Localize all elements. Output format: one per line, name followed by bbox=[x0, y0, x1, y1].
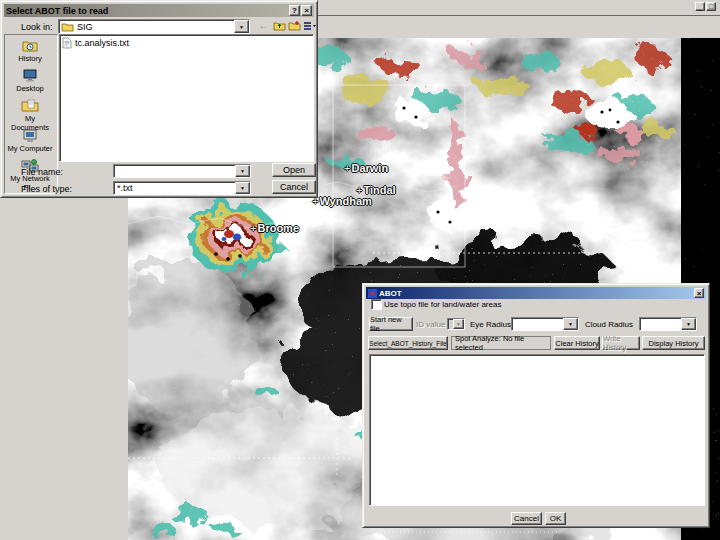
city-name: Broome bbox=[257, 222, 299, 234]
file-icon bbox=[62, 37, 72, 49]
up-one-level-button[interactable] bbox=[272, 18, 287, 32]
eye-radius-label: Eye Radius bbox=[470, 320, 511, 329]
select-history-label: Select_ABOT_History_File bbox=[369, 340, 446, 347]
files-of-type-value: *.txt bbox=[114, 183, 235, 193]
file-list-item[interactable]: tc.analysis.txt bbox=[60, 35, 313, 49]
cancel-button-label: Cancel bbox=[280, 182, 308, 192]
city-name: Wyndham bbox=[319, 195, 371, 207]
city-name: Darwin bbox=[351, 162, 388, 174]
abot-ok-label: OK bbox=[550, 514, 562, 523]
eye-radius-dropdown-button[interactable]: ▼ bbox=[563, 318, 578, 330]
help-button[interactable]: ? bbox=[289, 5, 300, 16]
history-icon bbox=[21, 38, 39, 53]
chevron-down-icon: ▼ bbox=[240, 168, 245, 174]
application-window: _ □ bbox=[0, 0, 720, 540]
files-of-type-combobox[interactable]: *.txt ▼ bbox=[113, 181, 251, 195]
place-label: Desktop bbox=[6, 84, 54, 93]
up-folder-icon bbox=[273, 20, 286, 31]
place-history[interactable]: History bbox=[6, 38, 54, 67]
open-button[interactable]: Open bbox=[272, 163, 316, 177]
look-in-dropdown-button[interactable]: ▼ bbox=[234, 20, 249, 33]
cloud-radius-dropdown-button[interactable]: ▼ bbox=[681, 318, 696, 330]
file-dialog-title: Select ABOT file to read bbox=[6, 6, 288, 16]
abot-dialog-titlebar[interactable]: ABOT × bbox=[366, 287, 706, 299]
display-history-button[interactable]: Display History bbox=[642, 336, 705, 350]
spot-analyze-status-text: Spot Analyze: No file selected bbox=[455, 334, 550, 352]
ok-button[interactable]: OK bbox=[545, 512, 566, 525]
place-label: History bbox=[6, 54, 54, 63]
chevron-down-icon: ▼ bbox=[240, 185, 245, 191]
minimize-button[interactable]: _ bbox=[695, 2, 705, 11]
map-label-wyndham: +Wyndham bbox=[312, 195, 372, 207]
start-new-file-button[interactable]: Start new file bbox=[369, 317, 413, 331]
id-value-spinner: ▼ bbox=[447, 318, 465, 330]
map-label-broome: +Broome bbox=[250, 222, 299, 234]
my-documents-icon bbox=[21, 98, 39, 113]
chevron-down-icon: ▼ bbox=[568, 321, 573, 327]
view-menu-icon bbox=[303, 20, 317, 31]
place-my-documents[interactable]: My Documents bbox=[6, 98, 54, 127]
cloud-radius-label: Cloud Radius bbox=[585, 320, 633, 329]
files-of-type-dropdown-button[interactable]: ▼ bbox=[235, 182, 250, 194]
history-list[interactable] bbox=[369, 354, 705, 506]
file-name-label: File name: bbox=[21, 167, 63, 177]
new-folder-icon bbox=[288, 20, 301, 31]
look-in-value: SIG bbox=[74, 22, 234, 32]
chevron-down-icon: ▼ bbox=[686, 321, 691, 327]
new-folder-button[interactable] bbox=[287, 18, 302, 32]
cancel-button[interactable]: Cancel bbox=[511, 512, 542, 525]
file-list[interactable]: tc.analysis.txt bbox=[59, 34, 314, 162]
maximize-icon: □ bbox=[709, 3, 713, 10]
files-of-type-label: Files of type: bbox=[21, 184, 72, 194]
write-history-button: Write History bbox=[602, 336, 640, 350]
maximize-button[interactable]: □ bbox=[706, 2, 716, 11]
map-label-darwin: +Darwin bbox=[344, 162, 388, 174]
id-value-label: ID value bbox=[416, 320, 445, 329]
chevron-down-icon: ▼ bbox=[453, 319, 464, 329]
abot-app-icon bbox=[368, 289, 377, 298]
folder-icon bbox=[61, 22, 74, 32]
file-name-text: tc.analysis.txt bbox=[75, 38, 129, 48]
place-desktop[interactable]: Desktop bbox=[6, 68, 54, 97]
select-abot-file-dialog: Select ABOT file to read ? × Look in: SI… bbox=[0, 0, 318, 198]
write-history-label: Write History bbox=[603, 334, 639, 352]
place-my-computer[interactable]: My Computer bbox=[6, 128, 54, 157]
place-label: My Computer bbox=[6, 144, 54, 153]
view-menu-button[interactable] bbox=[302, 18, 318, 32]
cancel-button[interactable]: Cancel bbox=[272, 180, 316, 194]
eye-radius-combobox[interactable]: ▼ bbox=[511, 317, 579, 331]
cloud-radius-combobox[interactable]: ▼ bbox=[639, 317, 697, 331]
close-icon: × bbox=[697, 289, 702, 298]
select-abot-history-file-button[interactable]: Select_ABOT_History_File bbox=[368, 336, 448, 350]
file-name-combobox[interactable]: ▼ bbox=[113, 164, 251, 178]
topo-file-checkbox[interactable] bbox=[371, 299, 382, 310]
my-computer-icon bbox=[21, 128, 39, 143]
close-icon: × bbox=[304, 6, 309, 15]
file-name-dropdown-button[interactable]: ▼ bbox=[235, 165, 250, 177]
city-marker-icon: + bbox=[344, 162, 350, 174]
chevron-down-glyph: ▼ bbox=[456, 321, 461, 327]
back-arrow-icon: ← bbox=[259, 20, 269, 31]
look-in-label: Look in: bbox=[21, 22, 53, 32]
close-button[interactable]: × bbox=[694, 288, 704, 298]
abot-cancel-label: Cancel bbox=[514, 514, 539, 523]
spot-analyze-status: Spot Analyze: No file selected bbox=[451, 336, 551, 350]
start-new-file-label: Start new file bbox=[370, 315, 412, 333]
city-marker-icon: + bbox=[250, 222, 256, 234]
open-button-label: Open bbox=[283, 165, 305, 175]
topo-file-checkbox-label: Use topo file for land/water areas bbox=[384, 300, 501, 309]
file-dialog-titlebar[interactable]: Select ABOT file to read ? × bbox=[4, 4, 314, 17]
clear-history-button[interactable]: Clear History bbox=[554, 336, 600, 350]
abot-dialog: ABOT × Use topo file for land/water area… bbox=[362, 283, 710, 528]
look-in-combobox[interactable]: SIG ▼ bbox=[58, 19, 250, 34]
display-history-label: Display History bbox=[648, 339, 698, 348]
desktop-icon bbox=[21, 68, 39, 83]
close-button[interactable]: × bbox=[301, 5, 312, 16]
chevron-down-icon: ▼ bbox=[239, 24, 244, 30]
minimize-icon: _ bbox=[698, 3, 702, 10]
abot-dialog-title: ABOT bbox=[379, 289, 693, 298]
help-icon: ? bbox=[292, 6, 297, 15]
back-button[interactable]: ← bbox=[256, 18, 271, 32]
clear-history-label: Clear History bbox=[555, 339, 598, 348]
